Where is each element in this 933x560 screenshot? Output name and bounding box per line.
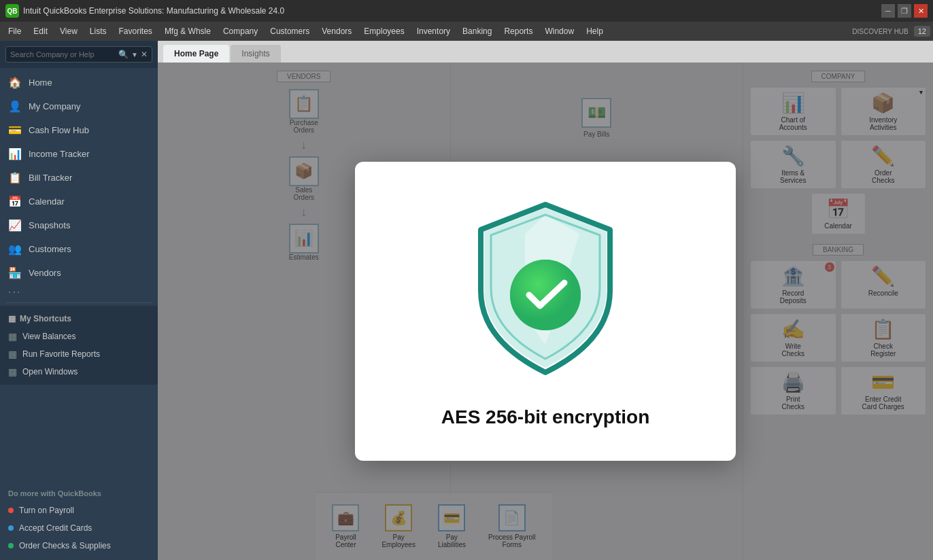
sidebar-item-income-label: Income Tracker bbox=[29, 149, 90, 159]
accept-credit-cards-label: Accept Credit Cards bbox=[19, 523, 92, 533]
shortcuts-label: My Shortcuts bbox=[20, 314, 71, 323]
svg-point-1 bbox=[510, 260, 581, 330]
app-body: 🔍 ▼ ✕ 🏠 Home 👤 My Company 💳 Cash Flow Hu… bbox=[0, 41, 933, 560]
bill-tracker-icon: 📋 bbox=[8, 171, 22, 184]
sidebar-search: 🔍 ▼ ✕ bbox=[0, 41, 158, 68]
shortcut-open-windows-label: Open Windows bbox=[22, 367, 78, 377]
search-icon[interactable]: 🔍 bbox=[118, 50, 129, 59]
open-windows-icon: ▦ bbox=[8, 366, 17, 377]
search-dropdown-icon[interactable]: ▼ bbox=[131, 51, 138, 58]
run-reports-icon: ▦ bbox=[8, 349, 17, 360]
menu-window[interactable]: Window bbox=[539, 24, 579, 38]
menu-view[interactable]: View bbox=[54, 24, 83, 38]
shortcuts-header[interactable]: ▦ My Shortcuts bbox=[0, 310, 158, 328]
shortcut-run-reports[interactable]: ▦ Run Favorite Reports bbox=[0, 345, 158, 363]
menu-mfg[interactable]: Mfg & Whsle bbox=[159, 24, 216, 38]
modal-box: AES 256-bit encryption bbox=[355, 162, 736, 461]
sidebar-item-bill-tracker[interactable]: 📋 Bill Tracker bbox=[0, 166, 158, 190]
sidebar-item-company-label: My Company bbox=[29, 101, 81, 111]
search-input[interactable] bbox=[10, 50, 116, 58]
shortcuts-section: ▦ My Shortcuts ▦ View Balances ▦ Run Fav… bbox=[0, 306, 158, 385]
accept-credit-cards[interactable]: Accept Credit Cards bbox=[0, 519, 158, 537]
income-tracker-icon: 📊 bbox=[8, 147, 22, 160]
minimize-button[interactable]: ─ bbox=[881, 4, 895, 18]
title-bar: QB Intuit QuickBooks Enterprise Solution… bbox=[0, 0, 933, 22]
search-close-icon[interactable]: ✕ bbox=[141, 50, 148, 59]
sidebar-item-home-label: Home bbox=[29, 77, 52, 88]
sidebar-item-calendar-label: Calendar bbox=[29, 196, 65, 207]
nav-divider bbox=[5, 302, 152, 303]
sidebar-nav: 🏠 Home 👤 My Company 💳 Cash Flow Hub 📊 In… bbox=[0, 68, 158, 480]
shortcut-view-balances-label: View Balances bbox=[22, 332, 76, 341]
customers-icon: 👥 bbox=[8, 243, 22, 256]
turn-on-payroll[interactable]: Turn on Payroll bbox=[0, 502, 158, 519]
search-box[interactable]: 🔍 ▼ ✕ bbox=[5, 46, 152, 63]
menu-edit[interactable]: Edit bbox=[28, 24, 53, 38]
sidebar-item-customers[interactable]: 👥 Customers bbox=[0, 237, 158, 261]
menu-banking[interactable]: Banking bbox=[457, 24, 497, 38]
shortcut-view-balances[interactable]: ▦ View Balances bbox=[0, 328, 158, 345]
modal-overlay[interactable]: AES 256-bit encryption bbox=[158, 63, 933, 560]
menu-bar: File Edit View Lists Favorites Mfg & Whs… bbox=[0, 22, 933, 41]
modal-title: AES 256-bit encryption bbox=[441, 406, 650, 428]
sidebar-item-bill-label: Bill Tracker bbox=[29, 173, 72, 183]
menu-file[interactable]: File bbox=[3, 24, 27, 38]
order-checks-label: Order Checks & Supplies bbox=[19, 541, 111, 550]
calendar-icon: 📅 bbox=[8, 195, 22, 208]
do-more-header: Do more with QuickBooks bbox=[0, 485, 158, 502]
app-logo: QB bbox=[5, 4, 19, 18]
discovery-hub[interactable]: DISCOVERY HUB bbox=[852, 28, 908, 35]
menu-favorites[interactable]: Favorites bbox=[114, 24, 158, 38]
main-content: Home Page Insights VENDORS 📋 PurchaseOrd… bbox=[158, 41, 933, 560]
sidebar-item-cash-flow-hub[interactable]: 💳 Cash Flow Hub bbox=[0, 118, 158, 142]
menu-inventory[interactable]: Inventory bbox=[411, 24, 456, 38]
tab-insights[interactable]: Insights bbox=[231, 45, 280, 63]
sidebar-item-snapshots-label: Snapshots bbox=[29, 220, 70, 230]
company-icon: 👤 bbox=[8, 100, 22, 113]
sidebar-item-customers-label: Customers bbox=[29, 244, 71, 254]
nav-more-dots[interactable]: ··· bbox=[0, 285, 158, 300]
window-controls[interactable]: ─ ❐ ✕ bbox=[881, 4, 928, 18]
menu-employees[interactable]: Employees bbox=[358, 24, 409, 38]
sidebar-item-snapshots[interactable]: 📈 Snapshots bbox=[0, 213, 158, 237]
checks-icon bbox=[8, 543, 14, 548]
menu-customers[interactable]: Customers bbox=[265, 24, 315, 38]
home-icon: 🏠 bbox=[8, 76, 22, 89]
sidebar-item-cash-flow-label: Cash Flow Hub bbox=[29, 125, 89, 135]
turn-on-payroll-label: Turn on Payroll bbox=[19, 506, 74, 515]
tab-home-page[interactable]: Home Page bbox=[163, 45, 229, 63]
menu-lists[interactable]: Lists bbox=[84, 24, 112, 38]
snapshots-icon: 📈 bbox=[8, 219, 22, 232]
menu-vendors[interactable]: Vendors bbox=[316, 24, 357, 38]
sidebar-item-calendar[interactable]: 📅 Calendar bbox=[0, 190, 158, 213]
do-more-section: Do more with QuickBooks Turn on Payroll … bbox=[0, 480, 158, 560]
view-balances-icon: ▦ bbox=[8, 331, 17, 342]
shortcuts-grid-icon: ▦ bbox=[8, 314, 16, 323]
sidebar-item-home[interactable]: 🏠 Home bbox=[0, 71, 158, 94]
shortcut-open-windows[interactable]: ▦ Open Windows bbox=[0, 363, 158, 381]
shield-graphic bbox=[464, 194, 627, 385]
credit-card-icon bbox=[8, 525, 14, 531]
vendors-icon: 🏪 bbox=[8, 266, 22, 279]
tab-bar: Home Page Insights bbox=[158, 41, 933, 63]
content-area: VENDORS 📋 PurchaseOrders ↓ 📦 SalesOrders bbox=[158, 63, 933, 560]
sidebar-item-income-tracker[interactable]: 📊 Income Tracker bbox=[0, 142, 158, 166]
time-display: 12 bbox=[914, 26, 930, 37]
sidebar-item-my-company[interactable]: 👤 My Company bbox=[0, 94, 158, 118]
sidebar-item-vendors-label: Vendors bbox=[29, 268, 61, 278]
sidebar-item-vendors[interactable]: 🏪 Vendors bbox=[0, 261, 158, 285]
payroll-icon bbox=[8, 508, 14, 513]
order-checks-supplies[interactable]: Order Checks & Supplies bbox=[0, 537, 158, 555]
restore-button[interactable]: ❐ bbox=[898, 4, 911, 18]
menu-help[interactable]: Help bbox=[581, 24, 609, 38]
menu-company[interactable]: Company bbox=[218, 24, 263, 38]
shortcut-run-reports-label: Run Favorite Reports bbox=[22, 349, 100, 359]
close-button[interactable]: ✕ bbox=[914, 4, 928, 18]
sidebar: 🔍 ▼ ✕ 🏠 Home 👤 My Company 💳 Cash Flow Hu… bbox=[0, 41, 158, 560]
menu-reports[interactable]: Reports bbox=[498, 24, 538, 38]
window-title: Intuit QuickBooks Enterprise Solutions: … bbox=[23, 6, 284, 16]
cash-flow-icon: 💳 bbox=[8, 124, 22, 137]
